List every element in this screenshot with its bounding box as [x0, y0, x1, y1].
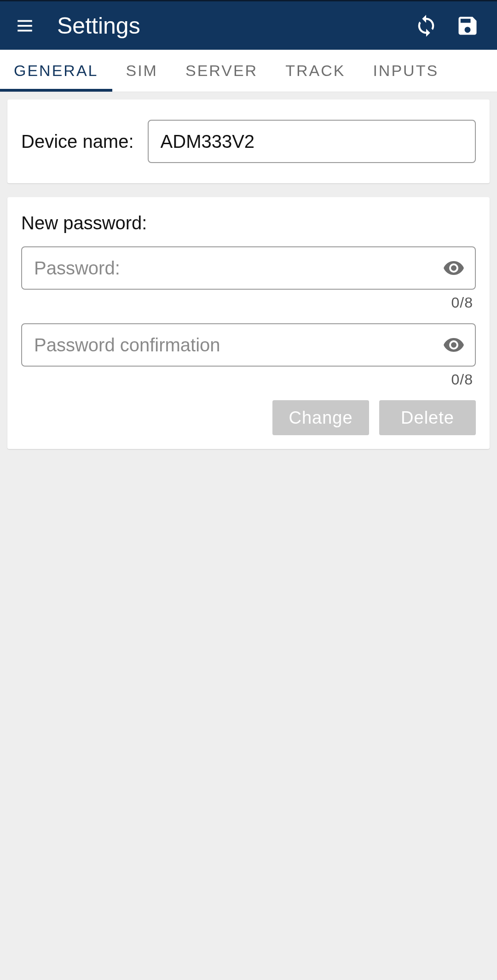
device-name-input[interactable] — [148, 120, 476, 163]
tab-label: GENERAL — [14, 62, 98, 80]
tab-general[interactable]: GENERAL — [0, 50, 112, 92]
eye-icon[interactable] — [441, 255, 467, 281]
tab-label: SIM — [126, 62, 158, 80]
password-confirm-counter: 0/8 — [21, 371, 473, 388]
tab-inputs[interactable]: INPUTS — [359, 50, 452, 92]
delete-button[interactable]: Delete — [379, 400, 476, 435]
save-icon[interactable] — [449, 7, 486, 44]
tab-label: INPUTS — [373, 62, 439, 80]
app-bar: Settings — [0, 1, 497, 50]
tab-track[interactable]: TRACK — [272, 50, 359, 92]
tab-bar: GENERAL SIM SERVER TRACK INPUTS — [0, 50, 497, 92]
tab-sim[interactable]: SIM — [112, 50, 172, 92]
tab-label: TRACK — [285, 62, 345, 80]
new-password-label: New password: — [21, 213, 476, 233]
device-name-label: Device name: — [21, 131, 134, 152]
eye-icon[interactable] — [441, 332, 467, 358]
password-card: New password: 0/8 0/8 Change Delete — [7, 197, 490, 449]
tab-server[interactable]: SERVER — [172, 50, 272, 92]
sync-icon[interactable] — [408, 7, 445, 44]
password-confirm-input[interactable] — [21, 323, 476, 367]
change-button[interactable]: Change — [272, 400, 369, 435]
device-name-card: Device name: — [7, 99, 490, 183]
menu-icon[interactable] — [11, 12, 39, 40]
password-counter: 0/8 — [21, 294, 473, 311]
page-title: Settings — [57, 12, 403, 39]
password-input[interactable] — [21, 246, 476, 290]
tab-label: SERVER — [185, 62, 258, 80]
